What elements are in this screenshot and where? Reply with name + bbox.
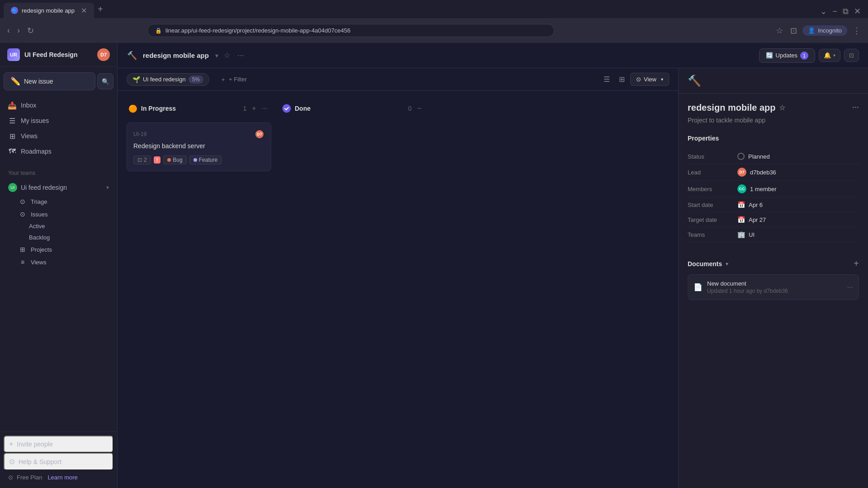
- plus-icon: ✏️: [10, 76, 20, 86]
- start-date-calendar-icon: 📅: [737, 201, 745, 208]
- sidebar-item-projects[interactable]: ⊞ Projects: [11, 243, 113, 256]
- workspace-avatar: UR: [7, 48, 20, 61]
- target-date-calendar-icon: 📅: [737, 216, 745, 223]
- issue-tag-feature[interactable]: Feature: [189, 155, 222, 164]
- project-title: redesign mobile app: [143, 52, 209, 59]
- back-button[interactable]: ‹: [5, 24, 12, 37]
- sidebar-header: UR UI Feed Redesign D7: [0, 43, 117, 67]
- layout-button[interactable]: ⊡: [844, 49, 859, 62]
- issue-tag-bug[interactable]: Bug: [163, 155, 186, 164]
- grid-view-button[interactable]: ⊞: [615, 72, 628, 86]
- column-more-button[interactable]: ···: [260, 103, 269, 113]
- minimize-button[interactable]: −: [832, 7, 837, 16]
- incognito-icon: 👤: [808, 27, 815, 34]
- properties-title: Properties: [688, 135, 859, 142]
- projects-icon: ⊞: [19, 246, 26, 253]
- close-window-button[interactable]: ✕: [854, 6, 861, 16]
- security-icon: 🔒: [155, 28, 162, 34]
- free-plan-icon: ⊙: [8, 474, 13, 481]
- column-actions: + ···: [250, 103, 269, 113]
- invite-people-button[interactable]: + Invite people: [4, 436, 113, 453]
- search-icon: 🔍: [102, 78, 109, 85]
- search-button[interactable]: 🔍: [97, 73, 113, 89]
- issue-avatar: D7: [255, 129, 264, 139]
- document-more-button[interactable]: ···: [847, 283, 853, 291]
- panel-title: redesign mobile app ☆ ···: [688, 103, 859, 113]
- address-bar[interactable]: 🔒 linear.app/ui-feed-redesign/project/re…: [147, 24, 554, 37]
- view-dropdown-icon: ⊙: [636, 76, 641, 83]
- prop-label-members: Members: [688, 186, 737, 192]
- filter-icon: ＋: [220, 75, 226, 84]
- url-text: linear.app/ui-feed-redesign/project/rede…: [165, 27, 350, 34]
- prop-value-teams[interactable]: 🏢 UI: [737, 231, 755, 238]
- panel-project-icon: 🔨: [688, 75, 701, 87]
- prop-row-status: Status Planned: [688, 149, 859, 164]
- svg-point-0: [283, 104, 291, 113]
- prop-row-target-date: Target date 📅 Apr 27: [688, 212, 859, 227]
- documents-header[interactable]: Documents ▾ +: [688, 253, 859, 274]
- panel-star-icon[interactable]: ☆: [779, 103, 785, 112]
- sidebar-actions: ✏️ New issue 🔍: [0, 67, 117, 96]
- maximize-button[interactable]: ⧉: [843, 7, 849, 16]
- prop-value-status[interactable]: Planned: [737, 153, 770, 160]
- prop-row-teams: Teams 🏢 UI: [688, 227, 859, 242]
- sidebar-item-team-views[interactable]: ≡ Views: [11, 256, 113, 268]
- add-document-button[interactable]: +: [854, 258, 859, 269]
- bell-chevron-icon: ▾: [833, 53, 835, 58]
- project-pill[interactable]: 🌱 Ui feed redesign 5%: [127, 73, 209, 86]
- issues-icon: ⊙: [19, 211, 26, 218]
- sidebar-item-backlog[interactable]: Backlog: [24, 232, 113, 243]
- panel-more-button[interactable]: ···: [852, 103, 859, 113]
- active-tab[interactable]: 🔷 redesign mobile app ✕: [4, 3, 94, 18]
- issue-id: UI-19 D7: [133, 129, 264, 139]
- document-title: New document: [707, 280, 843, 287]
- updates-button[interactable]: 🔄 Updates 1: [759, 48, 815, 63]
- feature-dot: [193, 158, 197, 162]
- done-collapse-button[interactable]: −: [415, 103, 423, 113]
- notification-button[interactable]: 🔔 ▾: [819, 49, 840, 62]
- filter-button[interactable]: ＋ + Filter: [215, 73, 252, 86]
- add-issue-button[interactable]: +: [250, 103, 258, 113]
- tab-close-button[interactable]: ✕: [81, 6, 87, 15]
- prop-value-start-date[interactable]: 📅 Apr 6: [737, 201, 763, 208]
- view-dropdown[interactable]: ⊙ View ▾: [630, 73, 669, 86]
- new-tab-button[interactable]: +: [94, 2, 107, 16]
- prop-value-lead[interactable]: D7 d7bdeb36: [737, 168, 776, 177]
- learn-more-link[interactable]: Learn more: [47, 474, 77, 481]
- bookmark-button[interactable]: ☆: [774, 24, 785, 38]
- team-item-ui-feed[interactable]: UI Ui feed redesign ▾: [4, 180, 113, 195]
- sidebar-item-issues[interactable]: ⊙ Issues: [11, 208, 113, 221]
- roadmaps-icon: 🗺: [8, 147, 16, 155]
- help-support-button[interactable]: ⊙ Help & Support: [4, 453, 113, 470]
- prop-value-target-date[interactable]: 📅 Apr 27: [737, 216, 766, 223]
- prop-value-members[interactable]: CC 1 member: [737, 184, 777, 193]
- topbar-right: 🔄 Updates 1 🔔 ▾ ⊡: [759, 48, 859, 63]
- content-area: 🌱 Ui feed redesign 5% ＋ + Filter ☰ ⊞ ⊙ V…: [118, 68, 868, 488]
- board-area: 🌱 Ui feed redesign 5% ＋ + Filter ☰ ⊞ ⊙ V…: [118, 68, 678, 488]
- status-circle-icon: [737, 153, 745, 160]
- issue-card-ui19[interactable]: UI-19 D7 Redesign backend server ⊡ 2: [127, 122, 271, 171]
- user-avatar[interactable]: D7: [97, 48, 110, 61]
- column-done: Done 0 −: [280, 100, 425, 122]
- view-chevron-icon: ▾: [661, 77, 663, 82]
- right-panel: 🔨 redesign mobile app ☆ ··· Project to t…: [678, 68, 868, 488]
- topbar-more-button[interactable]: ···: [237, 51, 244, 60]
- column-header-done: Done 0 −: [280, 100, 425, 117]
- sidebar-item-triage[interactable]: ⊙ Triage: [11, 195, 113, 208]
- sidebar-toggle-button[interactable]: ⊡: [788, 24, 799, 38]
- prop-row-lead: Lead D7 d7bdeb36: [688, 164, 859, 181]
- sidebar-item-views[interactable]: ⊞ Views: [4, 128, 113, 144]
- sidebar-item-roadmaps[interactable]: 🗺 Roadmaps: [4, 144, 113, 159]
- topbar-star-icon[interactable]: ☆: [224, 51, 230, 60]
- sidebar-item-inbox[interactable]: 📥 Inbox: [4, 98, 113, 113]
- chrome-menu-button[interactable]: ⋮: [851, 24, 863, 38]
- reload-button[interactable]: ↻: [25, 24, 36, 38]
- free-plan-info: ⊙ Free Plan Learn more: [4, 470, 113, 484]
- sidebar-item-my-issues[interactable]: ☰ My issues: [4, 113, 113, 128]
- list-view-button[interactable]: ☰: [600, 72, 613, 86]
- document-item[interactable]: 📄 New document Updated 1 hour ago by d7b…: [688, 274, 859, 300]
- document-meta: Updated 1 hour ago by d7bdeb36: [707, 288, 843, 294]
- sidebar-item-active[interactable]: Active: [24, 221, 113, 232]
- forward-button[interactable]: ›: [15, 24, 22, 37]
- new-issue-button[interactable]: ✏️ New issue: [4, 72, 95, 90]
